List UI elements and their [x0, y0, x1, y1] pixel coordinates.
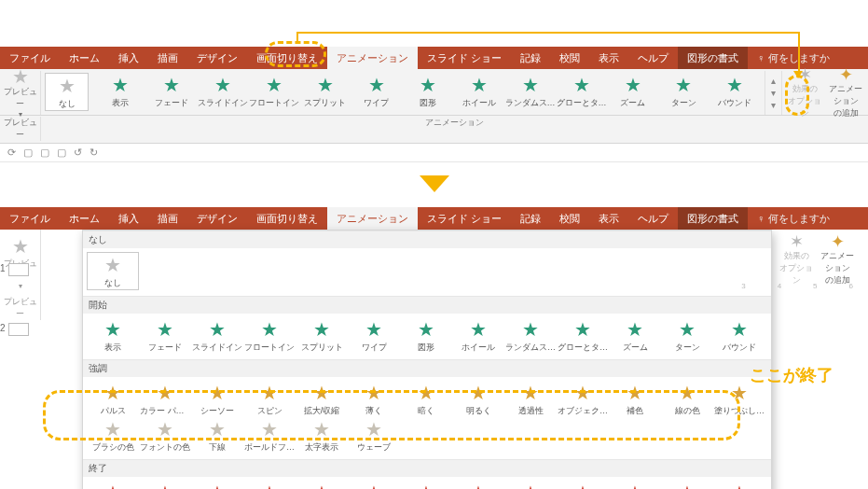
animation-item[interactable]: ★なし [45, 73, 89, 111]
animation-item[interactable]: ★オブジェクト … [557, 381, 609, 417]
animation-item[interactable]: ★スプリット [296, 481, 348, 489]
animation-item[interactable]: ★ワイプ [348, 481, 400, 489]
ribbon-tab[interactable]: ヘルプ [628, 207, 678, 230]
ribbon-tab[interactable]: 描画 [148, 207, 187, 230]
animation-item[interactable]: ★拡大/収縮 [296, 381, 348, 417]
animation-item[interactable]: ★パルス [87, 381, 139, 417]
animation-item[interactable]: ★ブラシの色 [87, 417, 139, 454]
animation-item[interactable]: ★クリア [87, 481, 139, 489]
animation-item[interactable]: ★ランダムスト… [504, 481, 557, 489]
context-tab[interactable]: 図形の書式 [678, 47, 748, 69]
slide-thumbnail[interactable]: 2 [0, 323, 37, 336]
animation-item[interactable]: ★図形 [400, 481, 452, 489]
animation-item[interactable]: ★スプリット [296, 317, 348, 354]
quickbar-icon[interactable]: ⟳ [7, 147, 16, 159]
ribbon-tab[interactable]: スライド ショー [418, 47, 511, 69]
slide-thumbnail[interactable]: 1 [0, 263, 37, 276]
animation-item[interactable]: ★補色 [609, 381, 661, 417]
animation-item[interactable]: ★ターン [661, 317, 713, 354]
ribbon-tab[interactable]: アニメーション [327, 47, 418, 69]
animation-item[interactable]: ★ランダムスト… [504, 317, 557, 354]
animation-item[interactable]: ★スピン [243, 381, 296, 417]
animation-item[interactable]: ★図形 [400, 317, 452, 354]
animation-item[interactable]: ★ズーム [607, 73, 658, 109]
animation-item[interactable]: ★薄く [348, 381, 400, 417]
animation-item[interactable]: ★ズーム [609, 481, 661, 489]
animation-item[interactable]: ★暗く [400, 381, 452, 417]
ribbon-tab[interactable]: ファイル [0, 47, 60, 69]
animation-item[interactable]: ★透過性 [504, 381, 557, 417]
animation-item[interactable]: ★ワイプ [351, 73, 402, 109]
ribbon-tab[interactable]: 画面切り替え [247, 207, 327, 230]
ribbon-tab[interactable]: ホーム [60, 207, 109, 230]
animation-item[interactable]: ★ホイール [452, 317, 504, 354]
ribbon-tab[interactable]: 表示 [589, 207, 628, 230]
animation-item[interactable]: ★スライドアウト [191, 481, 243, 489]
animation-item[interactable]: ★フェード [139, 317, 191, 354]
animation-item[interactable]: ★フェード [139, 481, 191, 489]
animation-item[interactable]: ★スライドイン [197, 73, 248, 109]
animation-item[interactable]: ★線の色 [661, 381, 713, 417]
tell-me-search[interactable]: ♀何をしますか [748, 207, 839, 230]
animation-item[interactable]: ★太字表示 [296, 417, 348, 454]
ribbon-tab[interactable]: 描画 [148, 47, 187, 69]
animation-item[interactable]: ★ホイール [452, 481, 504, 489]
add-animation-button[interactable]: ✦ アニメーション の追加 [827, 66, 864, 119]
animation-item[interactable]: ★ワイプ [348, 317, 400, 354]
animation-item[interactable]: ★明るく [452, 381, 504, 417]
ribbon-tab[interactable]: 記録 [511, 47, 550, 69]
ribbon-tab[interactable]: 挿入 [109, 47, 148, 69]
ribbon-tab[interactable]: デザイン [187, 207, 247, 230]
ruler: 3456 [741, 276, 862, 296]
quickbar-icon[interactable]: ▢ [57, 147, 66, 159]
animation-item[interactable]: ★フェード [145, 73, 197, 109]
ribbon-tab[interactable]: 記録 [511, 207, 550, 230]
quick-access-toolbar[interactable]: ⟳▢▢▢↺↻ [0, 144, 868, 162]
context-tab[interactable]: 図形の書式 [678, 207, 748, 230]
ribbon-tab[interactable]: スライド ショー [418, 207, 511, 230]
animation-item[interactable]: ★ターン [661, 481, 713, 489]
animation-item[interactable]: ★バウンド [713, 481, 765, 489]
preview-button[interactable]: ★ プレビュー ▾ [0, 71, 41, 115]
animation-item[interactable]: ★フォントの色 [139, 417, 191, 454]
ribbon-tab[interactable]: ホーム [60, 47, 109, 69]
ribbon-tab[interactable]: アニメーション [327, 207, 418, 230]
animation-item[interactable]: ★ウェーブ [348, 417, 400, 454]
quickbar-icon[interactable]: ↻ [90, 147, 98, 159]
animation-item[interactable]: ★下線 [191, 417, 243, 454]
ribbon-tab[interactable]: 校閲 [550, 207, 589, 230]
star-icon: ★ [261, 419, 278, 440]
animation-item[interactable]: ★グローとターン [557, 317, 609, 354]
animation-item-label: ブラシの色 [92, 441, 134, 454]
animation-item[interactable]: ★フロートアウト [243, 481, 296, 489]
animation-item[interactable]: ★表示 [87, 317, 139, 354]
ribbon-tab[interactable]: 挿入 [109, 207, 148, 230]
ribbon-tab[interactable]: ヘルプ [628, 47, 678, 69]
animation-item[interactable]: ★ボールドフラ… [243, 417, 296, 454]
animation-item[interactable]: ★ターン [658, 73, 710, 109]
animation-item[interactable]: ★図形 [402, 73, 453, 109]
quickbar-icon[interactable]: ↺ [74, 147, 82, 159]
animation-item[interactable]: ★シーソー [191, 381, 243, 417]
gallery-more-button[interactable]: ▴ ▾ ▾ [765, 71, 781, 115]
animation-item[interactable]: ★ズーム [609, 317, 661, 354]
animation-item[interactable]: ★縮小および… [557, 481, 609, 489]
animation-item[interactable]: ★ホイール [453, 73, 504, 109]
quickbar-icon[interactable]: ▢ [40, 147, 49, 159]
animation-item[interactable]: ★フロートイン [248, 73, 299, 109]
animation-item[interactable]: ★バウンド [713, 317, 765, 354]
ribbon-tab[interactable]: デザイン [187, 47, 247, 69]
quickbar-icon[interactable]: ▢ [23, 147, 33, 159]
animation-item[interactable]: ★グローとターン [556, 73, 607, 109]
ribbon-tab[interactable]: 画面切り替え [247, 47, 327, 69]
animation-item[interactable]: ★フロートイン [243, 317, 296, 354]
animation-item[interactable]: ★バウンド [710, 73, 761, 109]
animation-item[interactable]: ★カラー パルス [139, 381, 191, 417]
ribbon-tab[interactable]: 校閲 [550, 47, 589, 69]
animation-item[interactable]: ★表示 [94, 73, 145, 109]
animation-item[interactable]: ★スライドイン [191, 317, 243, 354]
animation-item[interactable]: ★ランダムスト… [504, 73, 556, 109]
animation-item[interactable]: ★なし [87, 252, 139, 290]
animation-item[interactable]: ★スプリット [299, 73, 351, 109]
ribbon-tab[interactable]: 表示 [589, 47, 628, 69]
